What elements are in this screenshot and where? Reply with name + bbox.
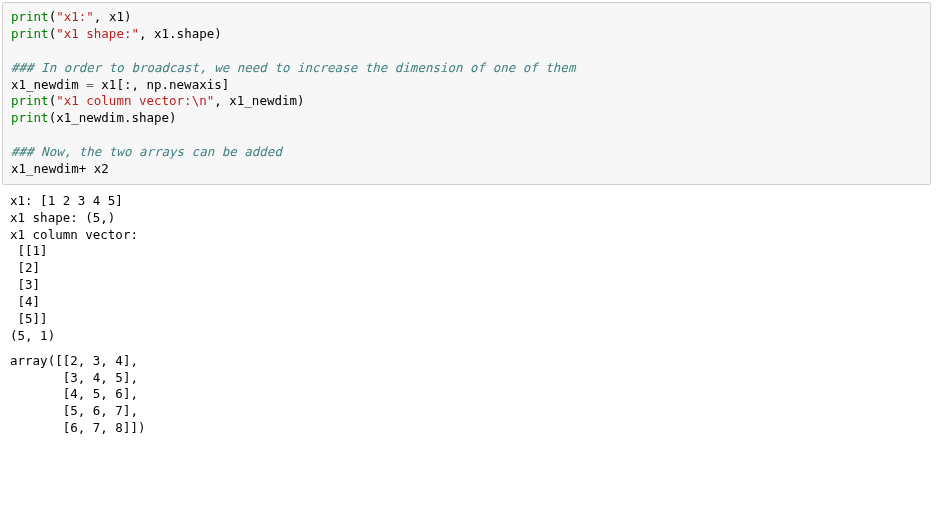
- builtin-print: print: [11, 93, 49, 108]
- identifier: x1_newdim: [11, 77, 79, 92]
- identifier: x1_newdim.shape: [56, 110, 169, 125]
- comma: ,: [214, 93, 229, 108]
- identifier: x1_newdim: [229, 93, 297, 108]
- rparen: ): [214, 26, 222, 41]
- comma: ,: [94, 9, 109, 24]
- comment-line: ### Now, the two arrays can be added: [11, 144, 282, 159]
- string-literal: "x1 column vector:\n": [56, 93, 214, 108]
- string-literal: "x1 shape:": [56, 26, 139, 41]
- rparen: ): [169, 110, 177, 125]
- comment-line: ### In order to broadcast, we need to in…: [11, 60, 575, 75]
- builtin-print: print: [11, 110, 49, 125]
- expression: x1_newdim+ x2: [11, 161, 109, 176]
- rparen: ): [124, 9, 132, 24]
- expression: x1[:, np.newaxis]: [101, 77, 229, 92]
- builtin-print: print: [11, 26, 49, 41]
- stdout-output: x1: [1 2 3 4 5] x1 shape: (5,) x1 column…: [10, 193, 931, 345]
- rparen: ): [297, 93, 305, 108]
- assign-op: =: [86, 77, 94, 92]
- identifier: x1: [109, 9, 124, 24]
- execute-result: array([[2, 3, 4], [3, 4, 5], [4, 5, 6], …: [10, 353, 931, 437]
- identifier: x1.shape: [154, 26, 214, 41]
- comma: ,: [139, 26, 154, 41]
- code-input-cell[interactable]: print("x1:", x1) print("x1 shape:", x1.s…: [2, 2, 931, 185]
- string-literal: "x1:": [56, 9, 94, 24]
- builtin-print: print: [11, 9, 49, 24]
